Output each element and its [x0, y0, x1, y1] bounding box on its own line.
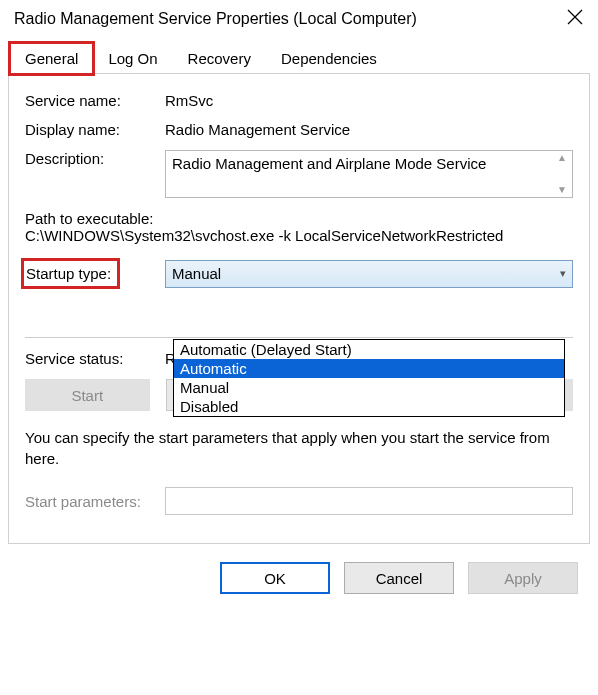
scroll-down-icon[interactable]: ▼	[554, 185, 570, 195]
service-name-value: RmSvc	[165, 92, 573, 109]
close-icon[interactable]	[566, 8, 584, 29]
scroll-up-icon[interactable]: ▲	[554, 153, 570, 163]
startup-option-automatic[interactable]: Automatic	[174, 359, 564, 378]
description-text[interactable]: Radio Management and Airplane Mode Servi…	[165, 150, 573, 198]
description-scrollbar[interactable]: ▲ ▼	[554, 153, 570, 195]
tab-logon[interactable]: Log On	[93, 43, 172, 74]
tab-dependencies[interactable]: Dependencies	[266, 43, 392, 74]
startup-option-manual[interactable]: Manual	[174, 378, 564, 397]
display-name-value: Radio Management Service	[165, 121, 573, 138]
startup-type-label: Startup type:	[25, 258, 165, 289]
dialog-footer: OK Cancel Apply	[0, 552, 598, 608]
startup-type-dropdown[interactable]: Automatic (Delayed Start) Automatic Manu…	[173, 339, 565, 417]
cancel-button[interactable]: Cancel	[344, 562, 454, 594]
startup-type-select[interactable]: Manual ▾	[165, 260, 573, 288]
window-title: Radio Management Service Properties (Loc…	[14, 10, 417, 28]
path-exec-label: Path to executable:	[25, 210, 573, 227]
startup-option-delayed[interactable]: Automatic (Delayed Start)	[174, 340, 564, 359]
divider	[25, 337, 573, 338]
startup-type-selected: Manual	[172, 265, 221, 282]
display-name-label: Display name:	[25, 121, 165, 138]
apply-button: Apply	[468, 562, 578, 594]
tab-general[interactable]: General	[10, 43, 93, 74]
service-status-label: Service status:	[25, 350, 165, 367]
parameters-note: You can specify the start parameters tha…	[25, 427, 573, 469]
ok-button[interactable]: OK	[220, 562, 330, 594]
start-params-input	[165, 487, 573, 515]
path-exec-value: C:\WINDOWS\System32\svchost.exe -k Local…	[25, 227, 573, 244]
description-label: Description:	[25, 150, 165, 167]
tab-recovery[interactable]: Recovery	[173, 43, 266, 74]
service-name-label: Service name:	[25, 92, 165, 109]
description-value: Radio Management and Airplane Mode Servi…	[172, 155, 486, 172]
start-button: Start	[25, 379, 150, 411]
title-bar: Radio Management Service Properties (Loc…	[0, 0, 598, 35]
start-params-label: Start parameters:	[25, 493, 165, 510]
startup-option-disabled[interactable]: Disabled	[174, 397, 564, 416]
tab-strip: General Log On Recovery Dependencies	[8, 43, 590, 74]
chevron-down-icon: ▾	[560, 267, 566, 280]
general-panel: Service name: RmSvc Display name: Radio …	[8, 74, 590, 544]
